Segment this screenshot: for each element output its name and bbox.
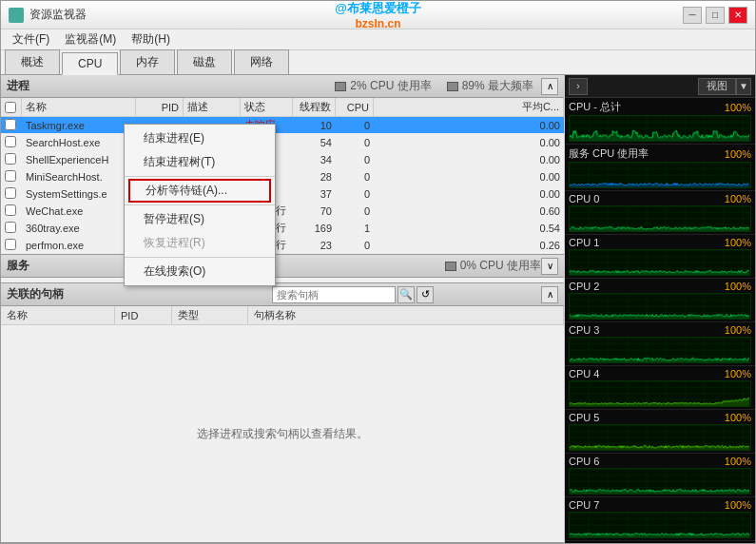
col-cpu[interactable]: CPU [336, 98, 374, 116]
handle-col-name[interactable]: 名称 [1, 306, 115, 324]
cpu-item-7: CPU 5 100% [565, 410, 755, 454]
row-checkbox[interactable] [1, 187, 22, 201]
select-all-checkbox[interactable] [5, 102, 16, 113]
table-row[interactable]: MiniSearchHost. 已暂停 28 0 0.00 [1, 168, 564, 185]
view-dropdown-button[interactable]: ▼ [736, 78, 751, 95]
row-checkbox[interactable] [1, 222, 22, 235]
context-menu-item[interactable]: 结束进程树(T) [125, 150, 275, 174]
menu-monitor[interactable]: 监视器(M) [57, 29, 124, 49]
tab-disk[interactable]: 磁盘 [177, 49, 232, 74]
context-menu-item[interactable]: 在线搜索(O) [125, 260, 275, 283]
cpu-icon [335, 82, 346, 91]
col-name[interactable]: 名称 [22, 98, 136, 116]
row-checkbox[interactable] [1, 170, 22, 184]
table-row[interactable]: SystemSettings.e 已暂停 37 0 0.00 [1, 185, 564, 203]
handle-section: 关联的句柄 🔍 ↺ ∧ 名称 PID 类型 句柄名称 选择进程或搜索句柄以 [1, 283, 564, 543]
row-name: ShellExperienceH [22, 154, 136, 165]
watermark-bottom: bzsln.cn [335, 17, 421, 30]
process-section: 进程 2% CPU 使用率 89% 最大频率 ∧ 名称 PID [1, 75, 564, 255]
table-row[interactable]: perfmon.exe 正在运行 23 0 0.26 [1, 237, 564, 254]
row-threads: 169 [293, 223, 336, 234]
process-section-header[interactable]: 进程 2% CPU 使用率 89% 最大频率 ∧ [1, 75, 564, 98]
cpu-graph-5 [569, 337, 751, 363]
menu-help[interactable]: 帮助(H) [124, 29, 178, 49]
row-cpu: 0 [336, 205, 374, 217]
cpu-graph-4 [569, 293, 751, 320]
cpu-item-header: CPU 7 100% [569, 499, 751, 511]
row-checkbox[interactable] [1, 204, 22, 218]
handle-search-button[interactable]: 🔍 [397, 286, 415, 303]
service-collapse-button[interactable]: ∨ [541, 258, 558, 275]
table-row[interactable]: Taskmgr.exe 未响应 10 0 0.00 [1, 117, 564, 134]
cpu-list: CPU - 总计 100% 服务 CPU 使用率 100% CPU 0 100%… [565, 98, 755, 543]
handle-collapse-button[interactable]: ∧ [541, 286, 558, 303]
handle-section-header[interactable]: 关联的句柄 🔍 ↺ ∧ [1, 283, 564, 306]
cpu-graph-8 [569, 468, 751, 495]
row-avgcpu: 0.00 [374, 154, 564, 165]
tab-network[interactable]: 网络 [234, 49, 289, 74]
table-row[interactable]: 360tray.exe 正在运行 169 1 0.54 [1, 220, 564, 237]
row-avgcpu: 0.54 [374, 223, 564, 234]
cpu-graph-2 [569, 205, 751, 232]
cpu-item-pct: 100% [725, 499, 751, 511]
cpu-item-9: CPU 7 100% [565, 497, 755, 541]
handle-search-input[interactable] [272, 286, 396, 303]
cpu-item-label: CPU 0 [569, 193, 599, 204]
context-menu-item[interactable]: 结束进程(E) [125, 126, 275, 150]
row-cpu: 0 [336, 240, 374, 251]
menu-bar: 文件(F) 监视器(M) 帮助(H) [1, 29, 755, 50]
right-panel: › 视图 ▼ CPU - 总计 100% 服务 CPU 使用率 100% CPU… [565, 75, 755, 543]
row-threads: 70 [293, 205, 336, 217]
row-checkbox[interactable] [1, 119, 22, 132]
tab-bar: 概述 CPU 内存 磁盘 网络 [1, 50, 755, 75]
row-threads: 28 [293, 171, 336, 183]
watermark-top: @布莱恩爱橙子 [335, 0, 421, 17]
row-checkbox[interactable] [1, 153, 22, 166]
close-button[interactable]: ✕ [728, 7, 747, 24]
handle-search-clear[interactable]: ↺ [417, 286, 434, 303]
cpu-graph-3 [569, 249, 751, 276]
row-cpu: 0 [336, 188, 374, 200]
handle-col-hname[interactable]: 句柄名称 [248, 306, 564, 324]
table-row[interactable]: ShellExperienceH 已暂停 34 0 0.00 [1, 151, 564, 168]
title-bar: 资源监视器 @布莱恩爱橙子 bzsln.cn ─ □ ✕ [1, 1, 755, 29]
cpu-graph-7 [569, 424, 751, 451]
col-desc[interactable]: 描述 [184, 98, 241, 116]
restore-button[interactable]: □ [706, 7, 725, 24]
row-avgcpu: 0.26 [374, 240, 564, 251]
tab-cpu[interactable]: CPU [62, 52, 118, 75]
view-button[interactable]: 视图 [698, 78, 736, 95]
main-window: 资源监视器 @布莱恩爱橙子 bzsln.cn ─ □ ✕ 文件(F) 监视器(M… [0, 0, 756, 544]
context-menu-item: 恢复进程(R) [125, 231, 275, 255]
col-status[interactable]: 状态 [241, 98, 293, 116]
col-check[interactable] [1, 98, 22, 116]
process-collapse-button[interactable]: ∧ [541, 78, 558, 95]
handle-col-type[interactable]: 类型 [172, 306, 248, 324]
col-threads[interactable]: 线程数 [293, 98, 336, 116]
row-avgcpu: 0.00 [374, 137, 564, 148]
cpu-item-label: CPU 6 [569, 456, 599, 467]
table-row[interactable]: WeChat.exe 正在运行 70 0 0.60 [1, 203, 564, 220]
freq-icon [447, 82, 458, 91]
tab-overview[interactable]: 概述 [5, 49, 60, 74]
menu-file[interactable]: 文件(F) [5, 29, 57, 49]
cpu-item-header: CPU 2 100% [569, 281, 751, 292]
cpu-item-label: CPU 4 [569, 368, 599, 379]
col-avgcpu[interactable]: 平均C... [374, 98, 564, 116]
context-menu-item[interactable]: 暂停进程(S) [125, 207, 275, 231]
col-pid[interactable]: PID [136, 98, 184, 116]
service-section-header[interactable]: 服务 0% CPU 使用率 ∨ [1, 255, 564, 278]
cpu-item-label: CPU 7 [569, 499, 599, 511]
handle-empty-message: 选择进程或搜索句柄以查看结果。 [1, 325, 564, 542]
table-row[interactable]: SearchHost.exe 已暂停 54 0 0.00 [1, 134, 564, 151]
row-checkbox[interactable] [1, 136, 22, 149]
tab-memory[interactable]: 内存 [120, 49, 175, 74]
right-panel-header: › 视图 ▼ [565, 75, 755, 98]
right-expand-button[interactable]: › [569, 78, 588, 95]
row-name: Taskmgr.exe [22, 120, 136, 131]
minimize-button[interactable]: ─ [683, 7, 702, 24]
cpu-item-pct: 100% [725, 324, 751, 336]
handle-col-pid[interactable]: PID [115, 306, 172, 324]
row-checkbox[interactable] [1, 239, 22, 252]
context-menu-item[interactable]: 分析等待链(A)... [128, 179, 271, 203]
